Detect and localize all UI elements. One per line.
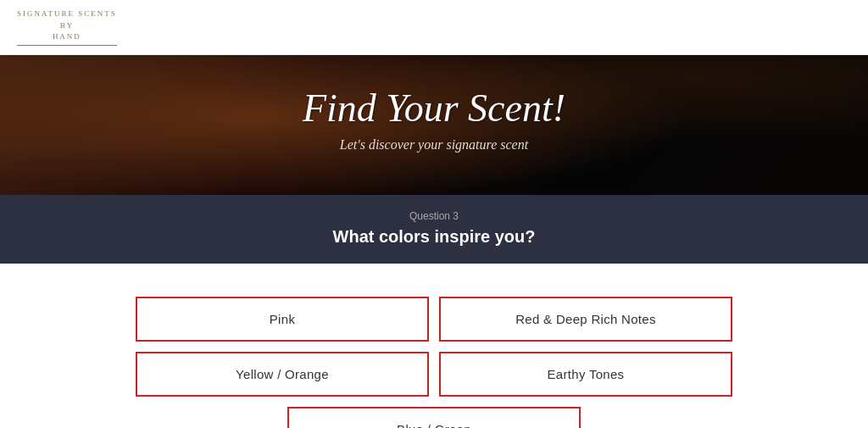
option-center-row: Blue / Green xyxy=(136,407,732,428)
hero-content: Find Your Scent! Let's discover your sig… xyxy=(303,43,565,153)
option-red-deep[interactable]: Red & Deep Rich Notes xyxy=(439,297,732,342)
option-yellow-orange[interactable]: Yellow / Orange xyxy=(136,352,429,397)
hero-subtitle: Let's discover your signature scent xyxy=(303,137,565,153)
header: SIGNATURE SCENTS BY HAND xyxy=(0,0,868,55)
question-section: Question 3 What colors inspire you? xyxy=(0,195,868,264)
hero-title: Find Your Scent! xyxy=(303,86,565,131)
question-label: Question 3 xyxy=(17,210,851,222)
option-pink[interactable]: Pink xyxy=(136,297,429,342)
logo: SIGNATURE SCENTS BY HAND xyxy=(17,8,117,46)
option-blue-green[interactable]: Blue / Green xyxy=(287,407,581,428)
option-earthy-tones[interactable]: Earthy Tones xyxy=(439,352,732,397)
options-section: Pink Red & Deep Rich Notes Yellow / Oran… xyxy=(0,280,868,428)
question-text: What colors inspire you? xyxy=(17,227,851,247)
options-grid: Pink Red & Deep Rich Notes Yellow / Oran… xyxy=(136,297,732,397)
